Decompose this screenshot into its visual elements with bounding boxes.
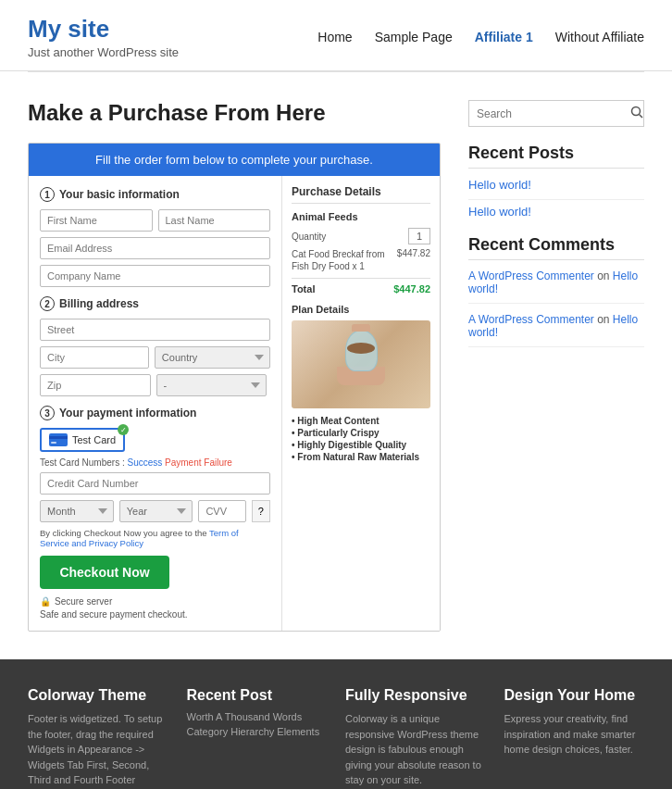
product-image <box>292 320 430 408</box>
qty-label: Quantity <box>292 232 326 242</box>
section2-num: 2 <box>40 296 55 311</box>
cvv-help-button[interactable]: ? <box>252 500 270 522</box>
month-select[interactable]: Month <box>40 500 114 522</box>
footer-post-link-1[interactable]: Worth A Thousand Words <box>187 711 328 722</box>
plan-title: Plan Details <box>292 304 430 315</box>
dispenser-cap <box>352 324 370 332</box>
failure-link[interactable]: Payment Failure <box>165 457 232 468</box>
footer-col-3-title: Fully Responsive <box>345 687 486 704</box>
year-select[interactable]: Year <box>119 500 193 522</box>
cc-number-input[interactable] <box>40 472 270 495</box>
total-label: Total <box>292 283 315 294</box>
cc-row <box>40 472 270 495</box>
svg-line-4 <box>640 115 643 119</box>
recent-post-2[interactable]: Hello world! <box>468 205 644 219</box>
privacy-link[interactable]: and Privacy Policy <box>71 538 143 548</box>
search-box <box>468 100 644 127</box>
purchase-form-container: Fill the order form below to complete yo… <box>28 143 441 632</box>
product-price: $447.82 <box>397 248 430 272</box>
city-country-row: Country <box>40 346 270 369</box>
dispenser-food <box>347 343 375 354</box>
total-row: Total $447.82 <box>292 278 430 294</box>
site-nav: Home Sample Page Affiliate 1 Without Aff… <box>317 30 644 44</box>
qty-value: 1 <box>408 228 430 244</box>
comment-2: A WordPress Commenter on Hello world! <box>468 313 644 347</box>
payment-section: 3 Your payment information Test Card <box>40 406 270 522</box>
total-value: $447.82 <box>393 283 430 294</box>
comment-1-author: A WordPress Commenter <box>468 269 594 282</box>
secure-info: 🔒 Secure server <box>40 596 270 607</box>
cvv-input[interactable] <box>198 500 245 522</box>
last-name-input[interactable] <box>158 209 271 232</box>
svg-rect-1 <box>49 436 68 439</box>
state-select[interactable]: - <box>156 374 268 396</box>
footer-col-1-title: Colorway Theme <box>28 687 168 704</box>
site-branding: My site Just another WordPress site <box>28 15 179 59</box>
post-divider-1 <box>468 199 644 200</box>
country-select[interactable]: Country <box>155 346 270 369</box>
search-button[interactable] <box>623 101 651 126</box>
product-category: Animal Feeds <box>292 211 430 222</box>
form-left: 1 Your basic information <box>29 176 282 631</box>
billing-section: 2 Billing address Country <box>40 296 270 396</box>
qty-row: Quantity 1 <box>292 228 430 244</box>
first-name-input[interactable] <box>40 209 153 232</box>
form-body: 1 Your basic information <box>29 176 440 631</box>
form-header: Fill the order form below to complete yo… <box>29 144 440 176</box>
street-row <box>40 319 270 341</box>
site-tagline: Just another WordPress site <box>28 45 179 59</box>
company-input[interactable] <box>40 265 270 287</box>
feature-3: Highly Digestible Quality <box>292 440 430 450</box>
city-input[interactable] <box>40 346 149 369</box>
nav-affiliate1[interactable]: Affiliate 1 <box>475 30 533 44</box>
site-header: My site Just another WordPress site Home… <box>0 0 672 71</box>
footer-col-4-text: Express your creativity, find inspiratio… <box>504 711 645 758</box>
comment-2-author: A WordPress Commenter <box>468 313 594 326</box>
success-link[interactable]: Success <box>127 457 162 468</box>
footer-columns: Colorway Theme Footer is widgetized. To … <box>28 687 644 789</box>
feature-2: Particularly Crispy <box>292 428 430 438</box>
card-label: Test Card <box>72 434 116 445</box>
email-input[interactable] <box>40 237 270 259</box>
section1-title: 1 Your basic information <box>40 187 270 202</box>
nav-sample-page[interactable]: Sample Page <box>375 30 453 44</box>
footer-post-link-2[interactable]: Category Hierarchy Elements <box>187 726 328 737</box>
footer-col-3-text: Colorway is a unique responsive WordPres… <box>345 711 486 788</box>
footer-col-1-text: Footer is widgetized. To setup the foote… <box>28 711 168 789</box>
page-title: Make a Purchase From Here <box>28 100 441 126</box>
sidebar: Recent Posts Hello world! Hello world! R… <box>468 100 644 632</box>
main-container: Make a Purchase From Here Fill the order… <box>0 72 672 650</box>
email-row <box>40 237 270 259</box>
form-right: Purchase Details Animal Feeds Quantity 1… <box>282 176 440 631</box>
section3-num: 3 <box>40 406 55 420</box>
test-card-info: Test Card Numbers : Success Payment Fail… <box>40 457 270 468</box>
company-row <box>40 265 270 287</box>
comment-1-on: on <box>597 269 613 282</box>
footer-col-1: Colorway Theme Footer is widgetized. To … <box>28 687 168 789</box>
zip-input[interactable] <box>40 374 151 396</box>
nav-without-affiliate[interactable]: Without Affiliate <box>555 30 644 44</box>
recent-post-1[interactable]: Hello world! <box>468 178 644 192</box>
footer-col-2-title: Recent Post <box>187 687 328 704</box>
expiry-row: Month Year ? <box>40 500 270 522</box>
feature-1: High Meat Content <box>292 416 430 426</box>
recent-comments-section: Recent Comments A WordPress Commenter on… <box>468 235 644 347</box>
street-input[interactable] <box>40 319 270 341</box>
footer-col-2: Recent Post Worth A Thousand Words Categ… <box>187 687 328 789</box>
footer-col-4: Design Your Home Express your creativity… <box>504 687 645 789</box>
nav-home[interactable]: Home <box>317 30 352 44</box>
checkout-button[interactable]: Checkout Now <box>40 556 169 589</box>
section2-title: 2 Billing address <box>40 296 270 311</box>
section3-title: 3 Your payment information <box>40 406 270 420</box>
zip-row: - <box>40 374 270 396</box>
svg-rect-0 <box>49 433 68 446</box>
terms-text: By clicking Checkout Now you agree to th… <box>40 528 270 548</box>
content-area: Make a Purchase From Here Fill the order… <box>28 100 441 632</box>
comment-2-on: on <box>597 313 613 326</box>
credit-card-icon <box>49 433 68 446</box>
name-row <box>40 209 270 232</box>
search-input[interactable] <box>469 101 623 126</box>
site-title[interactable]: My site <box>28 15 109 43</box>
card-button[interactable]: Test Card ✓ <box>40 428 125 452</box>
recent-comments-title: Recent Comments <box>468 235 644 260</box>
